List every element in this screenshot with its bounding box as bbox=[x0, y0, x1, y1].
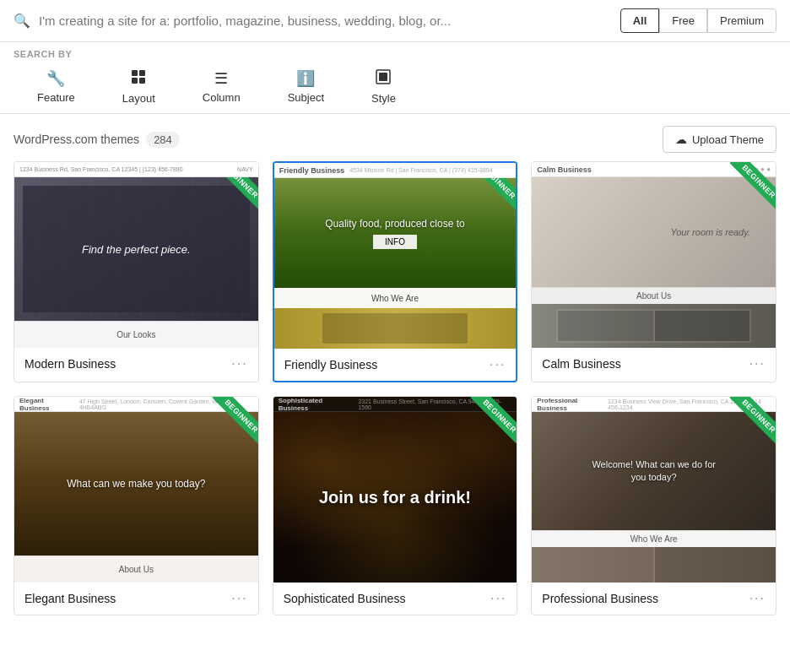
filter-buttons: All Free Premium bbox=[620, 8, 776, 33]
theme-card-elegant-business[interactable]: Elegant Business 47 High Street, London,… bbox=[14, 396, 259, 615]
preview-hero-text: Find the perfect piece. bbox=[82, 243, 191, 256]
theme-more-button[interactable]: ··· bbox=[231, 356, 247, 371]
tab-style-label: Style bbox=[371, 92, 396, 105]
filter-free-button[interactable]: Free bbox=[659, 8, 707, 33]
preview-sub-text-2: Who We Are bbox=[371, 294, 419, 303]
preview-sub-text: Our Looks bbox=[116, 330, 155, 339]
tab-layout-label: Layout bbox=[122, 92, 155, 105]
themes-grid: 1234 Business Rd, San Francisco, CA 1234… bbox=[0, 161, 790, 629]
preview-thumb-3 bbox=[532, 304, 776, 348]
preview-hero-6: Welcome! What can we do for you today? bbox=[532, 412, 776, 530]
info-button[interactable]: INFO bbox=[373, 235, 417, 249]
themes-header: WordPress.com themes 284 ☁ Upload Theme bbox=[0, 114, 790, 161]
theme-name-4: Elegant Business bbox=[24, 592, 116, 605]
tab-feature-label: Feature bbox=[37, 91, 75, 104]
theme-preview-calm-business: Calm Business ● ● ● ● ● Your room is rea… bbox=[532, 162, 776, 348]
preview-hero-5: Join us for a drink! bbox=[273, 412, 517, 583]
svg-rect-0 bbox=[132, 70, 138, 76]
theme-more-button-3[interactable]: ··· bbox=[749, 356, 766, 371]
search-icon: 🔍 bbox=[14, 13, 30, 29]
tab-column-label: Column bbox=[203, 91, 241, 104]
tab-subject-label: Subject bbox=[288, 91, 324, 104]
theme-more-button-2[interactable]: ··· bbox=[490, 357, 506, 372]
preview-hero-text-6: Welcome! What can we do for you today? bbox=[587, 458, 722, 485]
preview-hero-3: Your room is ready. bbox=[532, 177, 776, 287]
preview-topbar: 1234 Business Rd, San Francisco, CA 1234… bbox=[14, 162, 258, 177]
tab-layout[interactable]: Layout bbox=[99, 64, 179, 113]
theme-card-modern-business[interactable]: 1234 Business Rd, San Francisco, CA 1234… bbox=[14, 161, 259, 382]
theme-name-3: Calm Business bbox=[542, 357, 620, 371]
theme-preview-professional-business: Professional Business 1234 Business View… bbox=[532, 397, 776, 583]
preview-sub-text-4: About Us bbox=[119, 565, 154, 574]
filter-premium-button[interactable]: Premium bbox=[707, 8, 776, 33]
upload-theme-button[interactable]: ☁ Upload Theme bbox=[663, 126, 776, 153]
theme-card-footer-2: Friendly Business ··· bbox=[274, 349, 517, 381]
column-icon: ☰ bbox=[214, 69, 228, 88]
preview-hero-2: Quality food, produced close to INFO bbox=[274, 178, 517, 288]
tab-subject[interactable]: ℹ️ Subject bbox=[264, 64, 348, 113]
theme-card-professional-business[interactable]: Professional Business 1234 Business View… bbox=[531, 396, 776, 615]
theme-name-5: Sophisticated Business bbox=[284, 592, 406, 605]
preview-sub-text-6: Who We Are bbox=[630, 534, 678, 544]
preview-sub-4: About Us bbox=[14, 555, 258, 583]
preview-topbar-5: Sophisticated Business 2321 Business Str… bbox=[273, 397, 517, 412]
preview-sub-3: About Us bbox=[532, 287, 776, 304]
preview-sub-text-3: About Us bbox=[636, 291, 671, 301]
preview-sub: Our Looks bbox=[14, 321, 258, 348]
svg-rect-2 bbox=[132, 78, 138, 84]
preview-topbar-6: Professional Business 1234 Business View… bbox=[532, 397, 776, 412]
search-bar: 🔍 All Free Premium bbox=[0, 0, 790, 42]
theme-card-calm-business[interactable]: Calm Business ● ● ● ● ● Your room is rea… bbox=[531, 161, 776, 382]
theme-card-footer: Modern Business ··· bbox=[14, 348, 258, 380]
svg-rect-1 bbox=[139, 70, 145, 76]
theme-name: Modern Business bbox=[24, 357, 116, 371]
preview-overlay: Find the perfect piece. bbox=[23, 186, 250, 312]
themes-title-text: WordPress.com themes bbox=[14, 133, 139, 146]
preview-hero-text-5: Join us for a drink! bbox=[319, 486, 471, 508]
theme-more-button-6[interactable]: ··· bbox=[749, 591, 766, 606]
preview-hero-text-2: Quality food, produced close to bbox=[325, 218, 464, 230]
theme-card-footer-4: Elegant Business ··· bbox=[14, 583, 258, 615]
preview-sub-6: Who We Are bbox=[532, 530, 776, 547]
theme-card-friendly-business[interactable]: Friendly Business 4534 Mission Rd | San … bbox=[273, 161, 518, 382]
preview-topbar-3: Calm Business ● ● ● ● ● bbox=[532, 162, 776, 177]
theme-more-button-4[interactable]: ··· bbox=[231, 591, 247, 606]
theme-card-footer-6: Professional Business ··· bbox=[532, 583, 776, 615]
search-input[interactable] bbox=[39, 14, 620, 28]
search-by-label: SEARCH BY bbox=[14, 49, 776, 59]
theme-name-2: Friendly Business bbox=[284, 358, 378, 371]
style-icon bbox=[376, 69, 391, 89]
preview-hero-4: What can we make you today? bbox=[14, 412, 258, 555]
subject-icon: ℹ️ bbox=[296, 69, 315, 88]
search-by-bar: SEARCH BY 🔧 Feature Layout ☰ Column ℹ️ S… bbox=[0, 42, 790, 114]
search-by-tabs: 🔧 Feature Layout ☰ Column ℹ️ Subject bbox=[14, 64, 776, 113]
feature-icon: 🔧 bbox=[46, 69, 65, 88]
preview-thumb-6 bbox=[532, 547, 776, 583]
preview-sub-2: Who We Are bbox=[274, 288, 517, 308]
upload-icon: ☁ bbox=[675, 133, 687, 146]
theme-preview-sophisticated-business: Sophisticated Business 2321 Business Str… bbox=[273, 397, 517, 583]
preview-topbar-2: Friendly Business 4534 Mission Rd | San … bbox=[274, 163, 517, 178]
svg-rect-5 bbox=[379, 73, 387, 81]
preview-topbar-4: Elegant Business 47 High Street, London,… bbox=[14, 397, 258, 412]
theme-card-footer-5: Sophisticated Business ··· bbox=[273, 583, 517, 615]
theme-preview-friendly-business: Friendly Business 4534 Mission Rd | San … bbox=[274, 163, 517, 349]
filter-all-button[interactable]: All bbox=[620, 8, 660, 33]
themes-title: WordPress.com themes 284 bbox=[14, 132, 180, 148]
tab-column[interactable]: ☰ Column bbox=[179, 64, 264, 113]
theme-name-6: Professional Business bbox=[542, 592, 658, 605]
theme-card-footer-3: Calm Business ··· bbox=[532, 348, 776, 380]
svg-rect-3 bbox=[139, 78, 145, 84]
search-left: 🔍 bbox=[14, 13, 620, 29]
tab-feature[interactable]: 🔧 Feature bbox=[14, 64, 99, 113]
theme-more-button-5[interactable]: ··· bbox=[490, 591, 506, 606]
layout-icon bbox=[131, 69, 146, 89]
themes-count: 284 bbox=[146, 132, 180, 148]
tab-style[interactable]: Style bbox=[348, 64, 419, 113]
preview-hero-text-4: What can we make you today? bbox=[67, 478, 205, 490]
preview-hero-text-3: Your room is ready. bbox=[670, 227, 750, 237]
theme-preview-modern-business: 1234 Business Rd, San Francisco, CA 1234… bbox=[14, 162, 258, 348]
preview-thumb-2 bbox=[274, 308, 517, 349]
theme-card-sophisticated-business[interactable]: Sophisticated Business 2321 Business Str… bbox=[273, 396, 518, 615]
preview-hero: Find the perfect piece. bbox=[14, 177, 258, 321]
